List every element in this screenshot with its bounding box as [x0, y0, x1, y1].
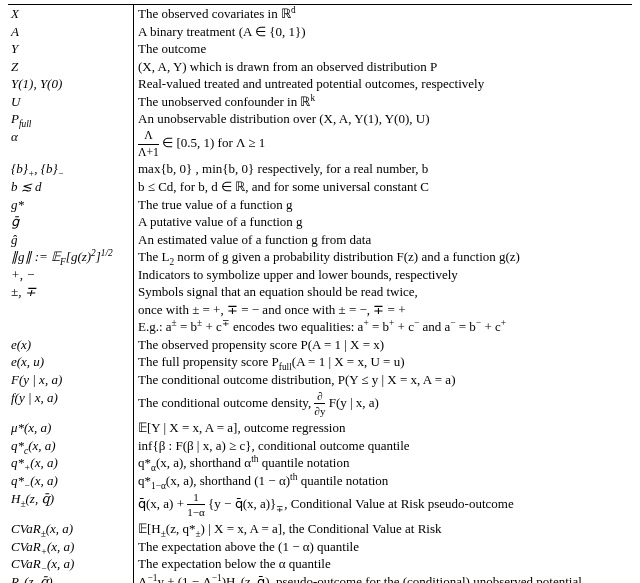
description-cell: b ≤ Cd, for b, d ∈ ℝ, and for some unive…	[134, 178, 632, 196]
description-cell: once with ± = +, ∓ = − and once with ± =…	[134, 301, 632, 319]
symbol-cell: q*+(x, a)	[8, 454, 134, 472]
symbol-cell: e(x)	[8, 336, 134, 354]
symbol-cell: q*c(x, a)	[8, 437, 134, 455]
notation-row: b ≲ db ≤ Cd, for b, d ∈ ℝ, and for some …	[8, 178, 632, 196]
description-cell: An unobservable distribution over (X, A,…	[134, 110, 632, 128]
symbol-cell: CVaR±(x, a)	[8, 520, 134, 538]
symbol-cell: b ≲ d	[8, 178, 134, 196]
notation-row: AA binary treatment (A ∈ {0, 1})	[8, 23, 632, 41]
description-cell: (X, A, Y) which is drawn from an observe…	[134, 58, 632, 76]
description-cell: inf{β : F(β | x, a) ≥ c}, conditional ou…	[134, 437, 632, 455]
symbol-cell: f(y | x, a)	[8, 389, 134, 420]
notation-row: {b}+, {b}−max{b, 0} , min{b, 0} respecti…	[8, 160, 632, 178]
symbol-cell: e(x, u)	[8, 353, 134, 371]
symbol-cell: Y(1), Y(0)	[8, 75, 134, 93]
description-cell: The observed propensity score P(A = 1 | …	[134, 336, 632, 354]
description-cell: The true value of a function g	[134, 196, 632, 214]
description-cell: The expectation above the (1 − α) quanti…	[134, 538, 632, 556]
description-cell: Indicators to symbolize upper and lower …	[134, 266, 632, 284]
notation-row: g*The true value of a function g	[8, 196, 632, 214]
description-cell: A binary treatment (A ∈ {0, 1})	[134, 23, 632, 41]
description-cell: Λ−1y + (1 − Λ−1)H±(z, q̄), pseudo-outcom…	[134, 573, 632, 583]
notation-row: μ*(x, a)𝔼[Y | X = x, A = a], outcome reg…	[8, 419, 632, 437]
notation-row: XThe observed covariates in ℝd	[8, 5, 632, 23]
symbol-cell: Y	[8, 40, 134, 58]
notation-row: CVaR±(x, a)𝔼[H±(z, q*±) | X = x, A = a],…	[8, 520, 632, 538]
notation-row: Y(1), Y(0)Real-valued treated and untrea…	[8, 75, 632, 93]
description-cell: The conditional outcome distribution, P(…	[134, 371, 632, 389]
symbol-cell: ∥g∥ := 𝔼F[g(z)2]1/2	[8, 248, 134, 266]
symbol-cell: U	[8, 93, 134, 111]
symbol-cell: CVaR−(x, a)	[8, 555, 134, 573]
notation-row: CVaR+(x, a)The expectation above the (1 …	[8, 538, 632, 556]
notation-row: once with ± = +, ∓ = − and once with ± =…	[8, 301, 632, 319]
description-cell: The observed covariates in ℝd	[134, 5, 632, 23]
notation-row: e(x)The observed propensity score P(A = …	[8, 336, 632, 354]
symbol-cell: CVaR+(x, a)	[8, 538, 134, 556]
symbol-cell	[8, 318, 134, 336]
notation-row: UThe unobserved confounder in ℝk	[8, 93, 632, 111]
notation-row: CVaR−(x, a)The expectation below the α q…	[8, 555, 632, 573]
description-cell: q̄(x, a) + 11−α {y − q̄(x, a)}∓, Conditi…	[134, 490, 632, 521]
description-cell: 𝔼[H±(z, q*±) | X = x, A = a], the Condit…	[134, 520, 632, 538]
description-cell: q*1−α(x, a), shorthand (1 − α)th quantil…	[134, 472, 632, 490]
notation-row: H±(z, q̄)q̄(x, a) + 11−α {y − q̄(x, a)}∓…	[8, 490, 632, 521]
description-cell: Symbols signal that an equation should b…	[134, 283, 632, 301]
description-cell: 𝔼[Y | X = x, A = a], outcome regression	[134, 419, 632, 437]
notation-row: ∥g∥ := 𝔼F[g(z)2]1/2The L2 norm of g give…	[8, 248, 632, 266]
symbol-cell: ±, ∓	[8, 283, 134, 301]
notation-row: Z(X, A, Y) which is drawn from an observ…	[8, 58, 632, 76]
description-cell: The L2 norm of g given a probability dis…	[134, 248, 632, 266]
notation-row: ḡA putative value of a function g	[8, 213, 632, 231]
symbol-cell: H±(z, q̄)	[8, 490, 134, 521]
notation-row: F(y | x, a)The conditional outcome distr…	[8, 371, 632, 389]
symbol-cell: q*−(x, a)	[8, 472, 134, 490]
notation-row: q*+(x, a)q*α(x, a), shorthand αth quanti…	[8, 454, 632, 472]
symbol-cell: α	[8, 128, 134, 161]
description-cell: The full propensity score Pfull(A = 1 | …	[134, 353, 632, 371]
symbol-cell: R±(z, q̄)	[8, 573, 134, 583]
description-cell: Real-valued treated and untreated potent…	[134, 75, 632, 93]
notation-row: e(x, u)The full propensity score Pfull(A…	[8, 353, 632, 371]
notation-row: q*−(x, a)q*1−α(x, a), shorthand (1 − α)t…	[8, 472, 632, 490]
symbol-cell: g*	[8, 196, 134, 214]
symbol-cell: Pfull	[8, 110, 134, 128]
description-cell: The unobserved confounder in ℝk	[134, 93, 632, 111]
notation-row: E.g.: a± = b± + c∓ encodes two equalitie…	[8, 318, 632, 336]
notation-row: ĝAn estimated value of a function g from…	[8, 231, 632, 249]
description-cell: The expectation below the α quantile	[134, 555, 632, 573]
notation-row: q*c(x, a)inf{β : F(β | x, a) ≥ c}, condi…	[8, 437, 632, 455]
symbol-cell	[8, 301, 134, 319]
description-cell: E.g.: a± = b± + c∓ encodes two equalitie…	[134, 318, 632, 336]
symbol-cell: ĝ	[8, 231, 134, 249]
description-cell: An estimated value of a function g from …	[134, 231, 632, 249]
symbol-cell: F(y | x, a)	[8, 371, 134, 389]
description-cell: max{b, 0} , min{b, 0} respectively, for …	[134, 160, 632, 178]
notation-row: ±, ∓Symbols signal that an equation shou…	[8, 283, 632, 301]
symbol-cell: X	[8, 5, 134, 23]
description-cell: The conditional outcome density, ∂∂y F(y…	[134, 389, 632, 420]
description-cell: ΛΛ+1 ∈ [0.5, 1) for Λ ≥ 1	[134, 128, 632, 161]
notation-row: PfullAn unobservable distribution over (…	[8, 110, 632, 128]
notation-row: R±(z, q̄)Λ−1y + (1 − Λ−1)H±(z, q̄), pseu…	[8, 573, 632, 583]
symbol-cell: A	[8, 23, 134, 41]
notation-row: YThe outcome	[8, 40, 632, 58]
description-cell: q*α(x, a), shorthand αth quantile notati…	[134, 454, 632, 472]
notation-row: f(y | x, a)The conditional outcome densi…	[8, 389, 632, 420]
symbol-cell: Z	[8, 58, 134, 76]
symbol-cell: +, −	[8, 266, 134, 284]
notation-row: αΛΛ+1 ∈ [0.5, 1) for Λ ≥ 1	[8, 128, 632, 161]
notation-row: +, −Indicators to symbolize upper and lo…	[8, 266, 632, 284]
description-cell: The outcome	[134, 40, 632, 58]
symbol-cell: μ*(x, a)	[8, 419, 134, 437]
description-cell: A putative value of a function g	[134, 213, 632, 231]
symbol-cell: ḡ	[8, 213, 134, 231]
symbol-cell: {b}+, {b}−	[8, 160, 134, 178]
notation-table: XThe observed covariates in ℝdAA binary …	[8, 4, 632, 583]
